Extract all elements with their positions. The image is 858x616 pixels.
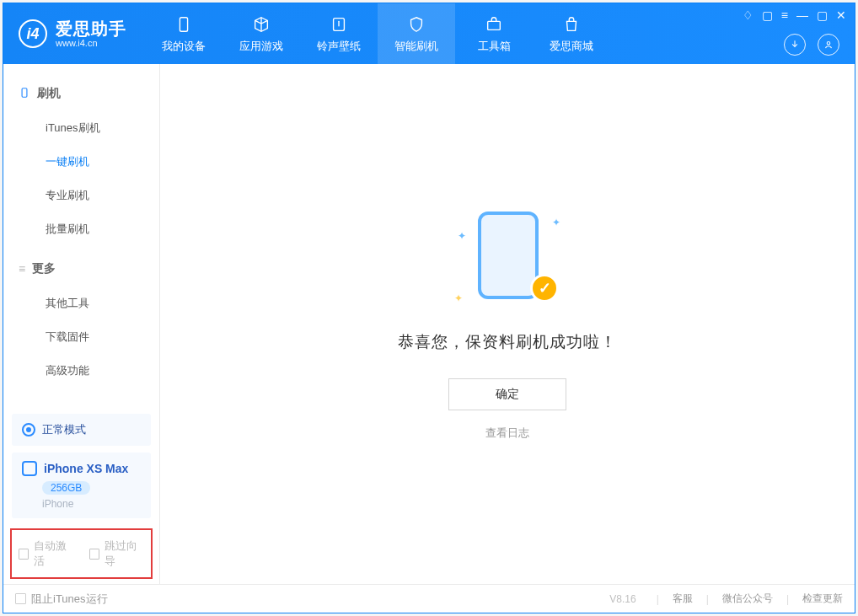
- cube-icon: [250, 13, 272, 35]
- svg-rect-4: [22, 88, 27, 97]
- lock-icon[interactable]: ▢: [762, 8, 773, 22]
- device-type: iPhone: [42, 498, 141, 510]
- minimize-button[interactable]: —: [796, 8, 808, 22]
- logo: i4 爱思助手 www.i4.cn: [3, 19, 145, 48]
- sidebar-item-advanced[interactable]: 高级功能: [3, 354, 159, 388]
- nav-store[interactable]: 爱思商城: [533, 3, 610, 64]
- nav-label: 铃声壁纸: [317, 39, 361, 54]
- success-illustration: ✦ ✦ ✦ ✓: [453, 208, 562, 309]
- nav-ring[interactable]: 铃声壁纸: [300, 3, 378, 64]
- sidebar-section-more: ≡ 更多: [3, 256, 159, 281]
- toolbox-icon: [483, 13, 505, 35]
- ok-button[interactable]: 确定: [448, 378, 566, 410]
- download-button[interactable]: [784, 34, 806, 56]
- mode-label: 正常模式: [42, 422, 86, 437]
- storage-badge: 256GB: [42, 481, 90, 495]
- shirt-icon[interactable]: ♢: [743, 8, 753, 22]
- app-title: 爱思助手: [56, 19, 126, 38]
- nav-label: 我的设备: [162, 39, 206, 54]
- nav-flash[interactable]: 智能刷机: [378, 3, 455, 64]
- sidebar-item-other[interactable]: 其他工具: [3, 287, 159, 320]
- nav-label: 工具箱: [478, 39, 511, 54]
- content-area: ✦ ✦ ✦ ✓ 恭喜您，保资料刷机成功啦！ 确定 查看日志: [160, 64, 855, 584]
- version-label: V8.16: [609, 593, 635, 605]
- sidebar-item-batch[interactable]: 批量刷机: [3, 212, 159, 246]
- nav-tabs: 我的设备 应用游戏 铃声壁纸 智能刷机 工具箱 爱思商城: [145, 3, 610, 64]
- checkbox-icon: [89, 549, 99, 560]
- close-button[interactable]: ✕: [836, 8, 846, 22]
- device-card[interactable]: iPhone XS Max 256GB iPhone: [12, 453, 151, 518]
- sidebar-item-oneclick[interactable]: 一键刷机: [3, 145, 159, 179]
- mode-icon: [22, 423, 35, 437]
- mode-card[interactable]: 正常模式: [12, 414, 151, 446]
- footer-update[interactable]: 检查更新: [802, 592, 843, 606]
- checkbox-icon: [15, 593, 26, 604]
- nav-apps[interactable]: 应用游戏: [223, 3, 300, 64]
- logo-icon: i4: [19, 19, 47, 48]
- sparkle-icon: ✦: [454, 292, 463, 304]
- app-subtitle: www.i4.cn: [56, 38, 126, 48]
- sparkle-icon: ✦: [458, 230, 466, 242]
- nav-label: 智能刷机: [394, 39, 438, 54]
- sidebar-item-pro[interactable]: 专业刷机: [3, 179, 159, 212]
- footer-wechat[interactable]: 微信公众号: [722, 592, 773, 606]
- device-name: iPhone XS Max: [44, 462, 128, 475]
- header: i4 爱思助手 www.i4.cn 我的设备 应用游戏 铃声壁纸 智能刷机: [3, 3, 855, 64]
- nav-tools[interactable]: 工具箱: [455, 3, 533, 64]
- menu-icon[interactable]: ≡: [781, 8, 788, 22]
- phone-icon: [19, 87, 30, 101]
- device-icon: [22, 461, 37, 476]
- options-highlight: 自动激活 跳过向导: [10, 528, 153, 579]
- nav-label: 爱思商城: [550, 39, 593, 54]
- sidebar-item-firmware[interactable]: 下载固件: [3, 320, 159, 354]
- success-message: 恭喜您，保资料刷机成功啦！: [398, 331, 617, 353]
- footer: 阻止iTunes运行 V8.16 | 客服 | 微信公众号 | 检查更新: [3, 584, 855, 613]
- checkbox-auto-activate[interactable]: 自动激活: [19, 538, 74, 569]
- nav-label: 应用游戏: [239, 39, 283, 54]
- device-icon: [173, 13, 195, 35]
- header-actions: [784, 34, 839, 56]
- sidebar: 刷机 iTunes刷机 一键刷机 专业刷机 批量刷机 ≡ 更多 其他工具 下载固…: [3, 64, 160, 584]
- shield-icon: [405, 13, 427, 35]
- check-icon: ✓: [530, 274, 559, 303]
- list-icon: ≡: [19, 262, 25, 276]
- sparkle-icon: ✦: [552, 217, 560, 228]
- svg-point-3: [827, 42, 830, 46]
- view-log-link[interactable]: 查看日志: [485, 426, 529, 441]
- checkbox-icon: [19, 549, 29, 560]
- nav-device[interactable]: 我的设备: [145, 3, 223, 64]
- sidebar-section-flash: 刷机: [3, 81, 159, 106]
- checkbox-block-itunes[interactable]: 阻止iTunes运行: [15, 592, 108, 607]
- footer-service[interactable]: 客服: [673, 592, 693, 606]
- window-controls: ♢ ▢ ≡ — ▢ ✕: [743, 8, 846, 22]
- music-icon: [328, 13, 350, 35]
- bag-icon: [560, 13, 582, 35]
- maximize-button[interactable]: ▢: [817, 8, 828, 22]
- checkbox-skip-guide[interactable]: 跳过向导: [89, 538, 145, 569]
- user-button[interactable]: [818, 34, 839, 56]
- svg-rect-0: [180, 18, 187, 32]
- svg-rect-2: [488, 21, 501, 29]
- sidebar-item-itunes[interactable]: iTunes刷机: [3, 111, 159, 145]
